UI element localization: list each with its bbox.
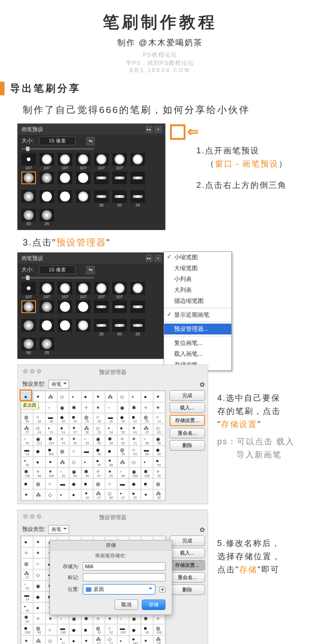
delete-button[interactable]: 删除 <box>170 585 205 595</box>
done-button[interactable]: 完成 <box>170 390 205 401</box>
preset-type-select[interactable]: 画笔 <box>48 380 69 388</box>
step-3-text: 3.点击"预设管理器" <box>23 236 315 249</box>
menu-large-thumb[interactable]: 大缩览图 <box>164 263 231 274</box>
folder-icon <box>86 587 91 592</box>
preset-type-label: 预设类型: <box>22 380 45 388</box>
callout-box <box>170 124 185 140</box>
menu-large-list[interactable]: 大列表 <box>164 285 231 295</box>
preset-type-select[interactable]: 画笔 <box>48 525 69 534</box>
author-line: 制作 @木木爱喝奶茶 <box>0 37 320 48</box>
rename-button[interactable]: 重命名... <box>170 572 205 583</box>
panel-menu-button[interactable]: ≡ <box>155 126 161 133</box>
callout-arrow-icon: ⇐ <box>187 123 199 139</box>
panel-collapse-button[interactable]: ▸▸ <box>146 126 152 133</box>
brush-preset-panel-2: 画笔预设 ▸▸ ≡ 大小: 15 像素 ⇆ 107107107107107107… <box>17 252 165 359</box>
size-value[interactable]: 15 像素 <box>39 137 75 145</box>
window-traffic-lights[interactable] <box>23 514 41 519</box>
window-traffic-lights[interactable] <box>23 369 41 374</box>
panel-collapse-button[interactable]: ▸▸ <box>146 255 152 261</box>
menu-small-list[interactable]: 小列表 <box>164 274 231 285</box>
save-dialog-title: 存储 <box>50 541 172 551</box>
tag-input[interactable] <box>83 573 165 581</box>
intro-text: 制作了自己觉得666的笔刷，如何分享给小伙伴 <box>23 103 315 116</box>
save-as-label: 存储为: <box>56 563 79 570</box>
location-select[interactable]: 桌面 <box>83 584 155 595</box>
menu-load-brushes[interactable]: 载入画笔... <box>164 349 231 359</box>
save-as-input[interactable] <box>83 562 165 570</box>
preset-manager-dialog-2: 预设管理器 预设类型: 画笔 ✿ ●✦⁂◇▪●✦⁂◇▪●✦✧✶◦◉✱✧✶◦◉✱✧… <box>17 510 208 644</box>
menu-small-thumb[interactable]: 小缩览图 <box>164 252 231 263</box>
brush-preset-panel: 画笔预设 ▸▸ ≡ 大小: 15 像素 ⇆ 107107107107107107… <box>17 123 165 230</box>
location-label: 位置: <box>56 586 79 593</box>
save-settings-button[interactable]: 存储设置... <box>170 415 205 426</box>
menu-stroke-thumb[interactable]: 描边缩览图 <box>164 295 231 306</box>
tag-label: 标记: <box>56 574 79 581</box>
save-dialog: 存储 将画笔存储在: 存储为: 标记: 位置: 桌面 ▾ 取消 存储 <box>50 540 172 615</box>
steps-block-5: 5.修改名称后，选择存储位置， 点击"存储"即可 <box>217 537 281 580</box>
watermark: PS教程论坛 学PS，就到PS教程论坛 BBS.16XX8.COM <box>0 51 320 74</box>
panel-title: 画笔预设 <box>21 126 43 133</box>
cancel-button[interactable]: 取消 <box>115 600 138 610</box>
brush-tooltip: 柔边圆 <box>20 401 39 409</box>
gear-icon[interactable]: ✿ <box>200 381 205 388</box>
section-title: 导出笔刷分享 <box>10 82 81 95</box>
rename-button[interactable]: 重命名... <box>170 428 205 438</box>
load-button[interactable]: 载入... <box>170 548 205 558</box>
steps-block-4: 4.选中自己要保存的笔刷，点击 "存储设置" ps：可以点击 载入 导入新画笔 <box>217 392 295 465</box>
menu-reset-brushes[interactable]: 复位画笔... <box>164 338 231 349</box>
save-button[interactable]: 存储 <box>142 600 165 610</box>
flip-icon[interactable]: ⇆ <box>86 137 95 145</box>
preset-manager-dialog: 预设管理器 预设类型: 画笔 ✿ ●✦⁂◇▪●✦⁂◇▪●✦✧✶◦◉✱✧✶◦◉✱✧… <box>17 364 208 504</box>
size-slider[interactable] <box>21 277 94 279</box>
flip-icon[interactable]: ⇆ <box>86 266 95 274</box>
expand-button[interactable]: ▾ <box>159 586 165 593</box>
brush-swatch-grid: 1071071071071071072550255025 <box>18 152 165 230</box>
gear-icon[interactable]: ✿ <box>200 526 205 533</box>
menu-recent-brushes[interactable]: 显示近期画笔 <box>164 310 231 320</box>
menu-preset-manager[interactable]: 预设管理器... <box>164 324 231 334</box>
load-button[interactable]: 载入... <box>170 403 205 413</box>
steps-block-1: 1.点开画笔预设 （窗口－画笔预设） 2.点击右上方的倒三角 <box>196 144 288 195</box>
preset-grid[interactable]: ●✦⁂◇▪●✦⁂◇▪●✦✧✶◦◉✱✧✶◦◉✱✧✶◍39○36▬30◆30■25◍… <box>20 390 166 501</box>
size-label: 大小: <box>21 137 34 145</box>
section-accent-bar <box>0 82 5 95</box>
size-slider[interactable] <box>21 148 94 150</box>
done-button[interactable]: 完成 <box>170 536 205 546</box>
save-settings-button[interactable]: 存储设置... <box>170 560 205 570</box>
page-title: 笔刷制作教程 <box>0 11 320 34</box>
panel-menu-button[interactable]: ≡ <box>155 255 161 261</box>
section-header: 导出笔刷分享 <box>0 82 320 95</box>
save-dialog-subtitle: 将画笔存储在: <box>50 551 172 561</box>
panel-context-menu: 小缩览图 大缩览图 小列表 大列表 描边缩览图 显示近期画笔 预设管理器... … <box>164 251 232 371</box>
delete-button[interactable]: 删除 <box>170 440 205 451</box>
